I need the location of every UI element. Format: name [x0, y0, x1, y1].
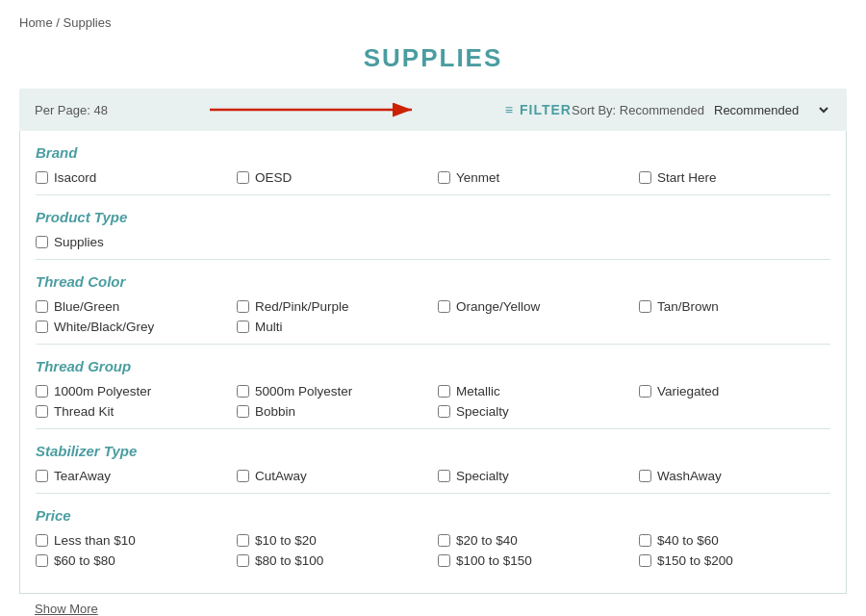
section-title-stabilizer-type: Stabilizer Type	[36, 443, 830, 459]
checkbox-item: Tan/Brown	[639, 299, 830, 314]
checkbox-thread-group-0[interactable]	[36, 385, 48, 398]
checkbox-item: $10 to $20	[237, 533, 428, 548]
checkbox-label: TearAway	[54, 469, 111, 483]
breadcrumb-home[interactable]: Home	[19, 15, 53, 30]
checkbox-thread-group-1[interactable]	[237, 385, 249, 398]
checkbox-label: $20 to $40	[456, 533, 518, 548]
checkbox-thread-group-5[interactable]	[237, 405, 249, 418]
checkbox-label: Specialty	[456, 404, 509, 419]
checkbox-item: Supplies	[36, 235, 227, 249]
checkbox-stabilizer-type-2[interactable]	[438, 470, 450, 482]
checkbox-thread-color-0[interactable]	[36, 300, 48, 313]
checkbox-label: Bobbin	[255, 404, 295, 419]
checkbox-item: Start Here	[639, 170, 830, 185]
checkbox-stabilizer-type-0[interactable]	[36, 470, 48, 482]
checkbox-thread-group-3[interactable]	[639, 385, 651, 398]
checkbox-brand-1[interactable]	[237, 171, 249, 184]
per-page-label: Per Page: 48	[35, 103, 108, 117]
section-title-thread-color: Thread Color	[36, 273, 830, 290]
breadcrumb: Home / Supplies	[19, 15, 847, 30]
checkbox-price-5[interactable]	[237, 554, 249, 567]
checkbox-thread-color-2[interactable]	[438, 300, 450, 313]
checkbox-item: $20 to $40	[438, 533, 629, 548]
checkbox-thread-color-3[interactable]	[639, 300, 651, 313]
breadcrumb-separator: /	[56, 15, 60, 30]
checkbox-label: Specialty	[456, 469, 509, 483]
checkbox-price-4[interactable]	[36, 554, 48, 567]
checkbox-label: Supplies	[54, 235, 104, 249]
checkbox-thread-color-4[interactable]	[36, 321, 48, 333]
checkbox-label: Blue/Green	[54, 299, 119, 314]
checkbox-label: WashAway	[657, 469, 722, 483]
filter-section-price: PriceLess than $10$10 to $20$20 to $40$4…	[36, 494, 830, 578]
toolbar: Per Page: 48 ≡ FILTER Sort By: Recommend…	[19, 89, 847, 131]
checkbox-grid-product-type: Supplies	[36, 235, 830, 249]
page-wrapper: Home / Supplies SUPPLIES Per Page: 48 ≡ …	[0, 0, 866, 616]
checkbox-item: TearAway	[36, 469, 227, 483]
checkbox-item: $80 to $100	[237, 553, 428, 568]
checkbox-brand-3[interactable]	[639, 171, 651, 184]
checkbox-thread-group-6[interactable]	[438, 405, 450, 418]
breadcrumb-current: Supplies	[64, 15, 112, 30]
checkbox-stabilizer-type-3[interactable]	[639, 470, 651, 482]
sort-label: Sort By: Recommended	[572, 103, 704, 117]
checkbox-item: OESD	[237, 170, 428, 185]
checkbox-brand-0[interactable]	[36, 171, 48, 184]
checkbox-label: OESD	[255, 170, 292, 185]
filter-section-stabilizer-type: Stabilizer TypeTearAwayCutAwaySpecialtyW…	[36, 429, 830, 494]
filter-section-brand: BrandIsacordOESDYenmetStart Here	[36, 131, 830, 195]
checkbox-label: Orange/Yellow	[456, 299, 540, 314]
checkbox-label: $80 to $100	[255, 553, 323, 568]
arrow-area	[127, 98, 505, 121]
checkbox-item: Bobbin	[237, 404, 428, 419]
checkbox-grid-price: Less than $10$10 to $20$20 to $40$40 to …	[36, 533, 830, 568]
checkbox-item: Yenmet	[438, 170, 629, 185]
filter-icon: ≡	[505, 102, 514, 117]
checkbox-price-2[interactable]	[438, 534, 450, 547]
checkbox-thread-color-1[interactable]	[237, 300, 249, 313]
sort-select[interactable]: Recommended Price: Low to High Price: Hi…	[710, 102, 831, 118]
checkbox-item: Isacord	[36, 170, 227, 185]
checkbox-price-3[interactable]	[639, 534, 651, 547]
checkbox-item: Blue/Green	[36, 299, 227, 314]
checkbox-label: $10 to $20	[255, 533, 317, 548]
checkbox-label: $100 to $150	[456, 553, 532, 568]
checkbox-label: Yenmet	[456, 170, 499, 185]
checkbox-item: CutAway	[237, 469, 428, 483]
checkbox-price-1[interactable]	[237, 534, 249, 547]
section-title-brand: Brand	[36, 144, 830, 161]
checkbox-price-6[interactable]	[438, 554, 450, 567]
filter-section-product-type: Product TypeSupplies	[36, 195, 830, 260]
checkbox-item: Less than $10	[36, 533, 227, 548]
checkbox-label: Metallic	[456, 384, 500, 398]
checkbox-price-7[interactable]	[639, 554, 651, 567]
checkbox-item: Metallic	[438, 384, 629, 398]
checkbox-stabilizer-type-1[interactable]	[237, 470, 249, 482]
checkbox-label: $150 to $200	[657, 553, 733, 568]
checkbox-label: Thread Kit	[54, 404, 114, 419]
checkbox-item: 1000m Polyester	[36, 384, 227, 398]
checkbox-item: Orange/Yellow	[438, 299, 629, 314]
checkbox-thread-group-2[interactable]	[438, 385, 450, 398]
arrow-icon	[210, 98, 421, 121]
show-more-link[interactable]: Show More	[19, 594, 847, 616]
checkbox-label: Tan/Brown	[657, 299, 719, 314]
checkbox-label: Isacord	[54, 170, 96, 185]
checkbox-grid-stabilizer-type: TearAwayCutAwaySpecialtyWashAway	[36, 469, 830, 483]
checkbox-item: Variegated	[639, 384, 830, 398]
checkbox-item: $100 to $150	[438, 553, 629, 568]
checkbox-price-0[interactable]	[36, 534, 48, 547]
checkbox-item: Thread Kit	[36, 404, 227, 419]
checkbox-label: $40 to $60	[657, 533, 719, 548]
checkbox-thread-color-5[interactable]	[237, 321, 249, 333]
checkbox-label: Less than $10	[54, 533, 136, 548]
checkbox-brand-2[interactable]	[438, 171, 450, 184]
checkbox-label: Start Here	[657, 170, 717, 185]
checkbox-label: White/Black/Grey	[54, 320, 154, 334]
checkbox-thread-group-4[interactable]	[36, 405, 48, 418]
checkbox-item: $150 to $200	[639, 553, 830, 568]
checkbox-label: 1000m Polyester	[54, 384, 151, 398]
section-title-product-type: Product Type	[36, 209, 830, 225]
checkbox-product-type-0[interactable]	[36, 236, 48, 248]
filter-button[interactable]: ≡ FILTER	[505, 102, 572, 117]
